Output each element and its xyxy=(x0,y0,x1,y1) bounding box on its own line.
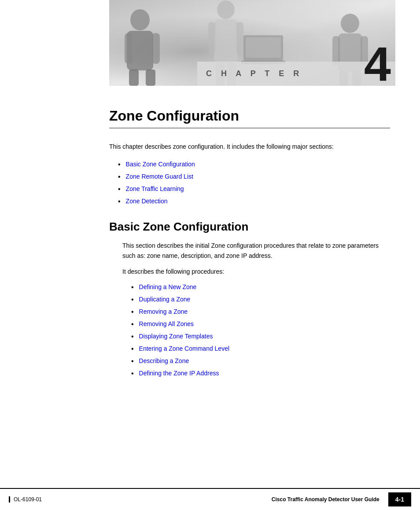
toc-link-traffic-learning[interactable]: Zone Traffic Learning xyxy=(126,184,184,194)
page-container: C H A P T E R 4 Zone Configuration This … xyxy=(0,0,420,510)
chapter-text-label: C H A P T E R xyxy=(206,69,302,78)
link-removing-zone[interactable]: Removing a Zone xyxy=(139,307,188,316)
svg-rect-7 xyxy=(214,19,238,63)
toc-link-remote-guard[interactable]: Zone Remote Guard List xyxy=(126,172,193,181)
toc-item-1: Basic Zone Configuration xyxy=(118,159,390,170)
section-list-item-8: Defining the Zone IP Address xyxy=(131,368,390,379)
link-defining-new-zone[interactable]: Defining a New Zone xyxy=(139,282,197,292)
toc-link-basic-zone[interactable]: Basic Zone Configuration xyxy=(126,159,195,169)
svg-rect-4 xyxy=(129,70,139,86)
svg-rect-3 xyxy=(152,33,160,64)
link-describing-zone[interactable]: Describing a Zone xyxy=(139,356,189,366)
svg-point-15 xyxy=(341,14,359,33)
main-content: Zone Configuration This chapter describe… xyxy=(109,86,390,379)
section-procedures-list: Defining a New Zone Duplicating a Zone R… xyxy=(131,282,390,379)
toc-list: Basic Zone Configuration Zone Remote Gua… xyxy=(118,159,390,207)
toc-item-3: Zone Traffic Learning xyxy=(118,184,390,194)
toc-item-2: Zone Remote Guard List xyxy=(118,172,390,182)
section-list-item-7: Describing a Zone xyxy=(131,356,390,367)
section-list-item-2: Duplicating a Zone xyxy=(131,294,390,305)
title-rule xyxy=(109,128,390,128)
link-entering-command-level[interactable]: Entering a Zone Command Level xyxy=(139,344,229,353)
footer-guide-title: Cisco Traffic Anomaly Detector User Guid… xyxy=(42,496,388,503)
svg-rect-5 xyxy=(146,70,155,86)
section-list-item-4: Removing All Zones xyxy=(131,319,390,330)
footer-page-number: 4-1 xyxy=(388,492,411,506)
page-title: Zone Configuration xyxy=(109,108,390,124)
chapter-header-image: C H A P T E R 4 xyxy=(109,0,395,86)
section-list-item-5: Displaying Zone Templates xyxy=(131,331,390,342)
svg-point-6 xyxy=(217,0,235,19)
section-heading-basic-zone: Basic Zone Configuration xyxy=(109,220,390,234)
chapter-number-display: 4 xyxy=(364,40,391,86)
section-list-item-3: Removing a Zone xyxy=(131,307,390,317)
svg-rect-8 xyxy=(208,22,215,55)
link-duplicating-zone[interactable]: Duplicating a Zone xyxy=(139,294,191,304)
footer-doc-number: OL-6109-01 xyxy=(9,496,42,503)
svg-point-0 xyxy=(130,9,150,30)
person-silhouette-1 xyxy=(116,9,169,86)
link-removing-all-zones[interactable]: Removing All Zones xyxy=(139,319,194,329)
section-intro-text: This section describes the initial Zone … xyxy=(122,241,390,261)
toc-link-zone-detection[interactable]: Zone Detection xyxy=(126,196,168,206)
page-footer: OL-6109-01 Cisco Traffic Anomaly Detecto… xyxy=(0,488,420,510)
section-list-item-6: Entering a Zone Command Level xyxy=(131,344,390,354)
chapter-header-wrapper: C H A P T E R 4 xyxy=(109,0,390,86)
chapter-label-bar: C H A P T E R 4 xyxy=(197,62,395,86)
section-list-item-1: Defining a New Zone xyxy=(131,282,390,293)
svg-rect-13 xyxy=(246,37,281,58)
svg-rect-2 xyxy=(125,33,133,64)
link-displaying-templates[interactable]: Displaying Zone Templates xyxy=(139,331,213,341)
link-defining-zone-ip[interactable]: Defining the Zone IP Address xyxy=(139,368,219,378)
intro-paragraph: This chapter describes zone configuratio… xyxy=(109,142,390,151)
toc-item-4: Zone Detection xyxy=(118,196,390,207)
section-subtext: It describes the following procedures: xyxy=(122,267,390,276)
